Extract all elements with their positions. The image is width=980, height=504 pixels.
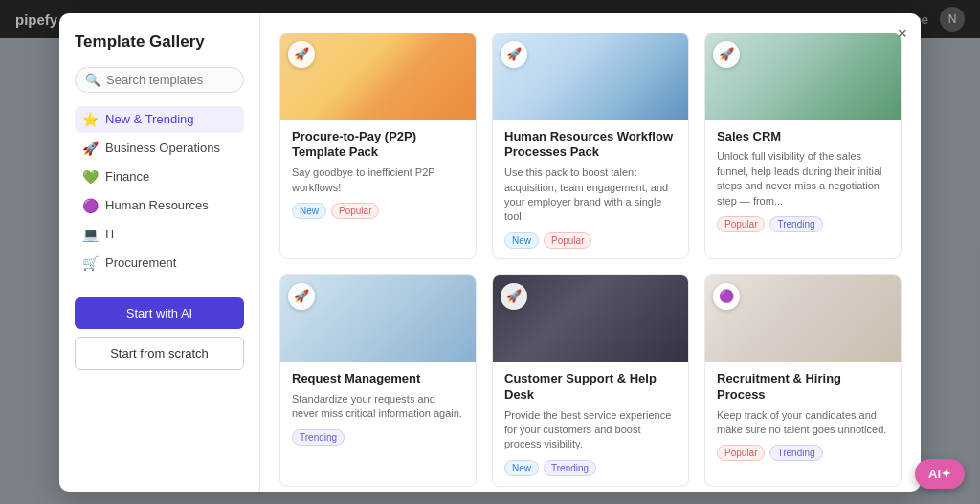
sidebar-item-finance[interactable]: 💚 Finance: [75, 164, 244, 190]
finance-icon: 💚: [82, 169, 98, 185]
card-image-recruitment: 🟣: [705, 275, 901, 362]
template-card-p2p[interactable]: 🚀 Procure-to-Pay (P2P) Template Pack Say…: [279, 33, 477, 259]
template-card-hr-workflow[interactable]: 🚀 Human Resources Workflow Processes Pac…: [492, 33, 689, 259]
sidebar-item-label: Human Resources: [105, 198, 209, 212]
star-icon: ⭐: [82, 112, 98, 127]
category-nav: ⭐ New & Trending 🚀 Business Operations 💚…: [75, 106, 244, 278]
search-input[interactable]: [106, 73, 234, 87]
template-gallery-modal: × Template Gallery 🔍 ⭐ New & Trending 🚀 …: [59, 13, 921, 492]
modal-title: Template Gallery: [75, 33, 244, 52]
start-with-ai-button[interactable]: Start with AI: [75, 297, 244, 329]
tag-popular: Popular: [331, 203, 379, 219]
tag-trending: Trending: [769, 445, 822, 461]
card-tags: New Trending: [504, 460, 677, 476]
sidebar: Template Gallery 🔍 ⭐ New & Trending 🚀 Bu…: [59, 13, 260, 492]
card-body: Human Resources Workflow Processes Pack …: [493, 120, 688, 258]
card-body: Procure-to-Pay (P2P) Template Pack Say g…: [280, 120, 476, 230]
search-icon: 🔍: [85, 73, 100, 87]
card-body: Sales CRM Unlock full visibility of the …: [705, 120, 901, 242]
search-box[interactable]: 🔍: [75, 67, 244, 93]
card-desc: Say goodbye to inefficient P2P workflows…: [292, 165, 464, 195]
tag-popular: Popular: [544, 232, 591, 249]
card-image-sales: 🚀: [705, 33, 901, 120]
card-icon-overlay: 🚀: [501, 41, 527, 68]
card-tags: Popular Trending: [717, 445, 889, 461]
card-icon-overlay: 🚀: [288, 41, 315, 68]
card-icon-overlay: 🚀: [713, 41, 740, 68]
card-tags: New Popular: [292, 203, 464, 219]
card-title: Request Management: [292, 371, 464, 387]
main-content: 🚀 Procure-to-Pay (P2P) Template Pack Say…: [260, 13, 921, 492]
sidebar-item-label: Finance: [105, 169, 149, 184]
card-icon-overlay: 🚀: [288, 283, 315, 310]
cards-grid: 🚀 Procure-to-Pay (P2P) Template Pack Say…: [279, 33, 902, 492]
sidebar-buttons: Start with AI Start from scratch: [75, 297, 244, 370]
modal-close-button[interactable]: ×: [897, 25, 907, 42]
tag-new: New: [292, 203, 326, 219]
card-title: Human Resources Workflow Processes Pack: [504, 129, 677, 162]
template-card-request-mgmt[interactable]: 🚀 Request Management Standardize your re…: [279, 274, 477, 487]
card-desc: Unlock full visibility of the sales funn…: [717, 149, 889, 208]
tag-trending: Trending: [292, 429, 345, 446]
sidebar-item-it[interactable]: 💻 IT: [75, 221, 244, 248]
tag-popular: Popular: [717, 216, 765, 232]
tag-trending: Trending: [769, 216, 822, 232]
sidebar-item-label: Procurement: [105, 255, 176, 270]
sidebar-item-human-resources[interactable]: 🟣 Human Resources: [75, 192, 244, 219]
it-icon: 💻: [82, 227, 98, 242]
rocket-icon: 🚀: [82, 141, 98, 156]
card-image-request: 🚀: [280, 275, 476, 362]
card-body: Request Management Standardize your requ…: [280, 362, 476, 455]
card-body: Recruitment & Hiring Process Keep track …: [705, 362, 901, 471]
card-desc: Standardize your requests and never miss…: [292, 392, 464, 422]
card-desc: Use this pack to boost talent acquisitio…: [504, 165, 677, 225]
card-desc: Provide the best service experience for …: [504, 408, 677, 452]
card-desc: Keep track of your candidates and make s…: [717, 408, 889, 438]
card-image-p2p: 🚀: [280, 33, 476, 120]
procurement-icon: 🛒: [82, 255, 98, 271]
start-from-scratch-button[interactable]: Start from scratch: [75, 337, 244, 370]
sidebar-item-label: IT: [105, 227, 117, 241]
template-card-recruitment[interactable]: 🟣 Recruitment & Hiring Process Keep trac…: [704, 274, 902, 487]
card-image-hr: 🚀: [493, 33, 688, 120]
tag-trending: Trending: [544, 460, 596, 476]
card-tags: Popular Trending: [717, 216, 889, 232]
sidebar-item-business-operations[interactable]: 🚀 Business Operations: [75, 135, 244, 162]
sidebar-item-procurement[interactable]: 🛒 Procurement: [75, 250, 244, 276]
modal-overlay: × Template Gallery 🔍 ⭐ New & Trending 🚀 …: [0, 0, 980, 504]
tag-new: New: [504, 460, 539, 476]
card-tags: Trending: [292, 429, 464, 446]
template-card-sales-crm[interactable]: 🚀 Sales CRM Unlock full visibility of th…: [704, 33, 902, 259]
sidebar-item-new-trending[interactable]: ⭐ New & Trending: [75, 106, 244, 133]
tag-new: New: [504, 232, 539, 249]
card-icon-overlay: 🚀: [501, 283, 527, 310]
template-card-customer-support[interactable]: 🚀 Customer Support & Help Desk Provide t…: [492, 274, 689, 487]
tag-popular: Popular: [717, 445, 765, 461]
card-icon-overlay: 🟣: [713, 283, 740, 310]
card-title: Procure-to-Pay (P2P) Template Pack: [292, 129, 464, 162]
card-title: Sales CRM: [717, 129, 889, 145]
card-body: Customer Support & Help Desk Provide the…: [493, 362, 688, 486]
sidebar-item-label: Business Operations: [105, 141, 220, 155]
card-title: Customer Support & Help Desk: [504, 371, 677, 404]
card-tags: New Popular: [504, 232, 677, 249]
sidebar-item-label: New & Trending: [105, 112, 194, 126]
card-image-support: 🚀: [493, 275, 688, 362]
card-title: Recruitment & Hiring Process: [717, 371, 889, 404]
ai-fab-button[interactable]: AI✦: [915, 459, 965, 489]
hr-icon: 🟣: [82, 198, 98, 213]
